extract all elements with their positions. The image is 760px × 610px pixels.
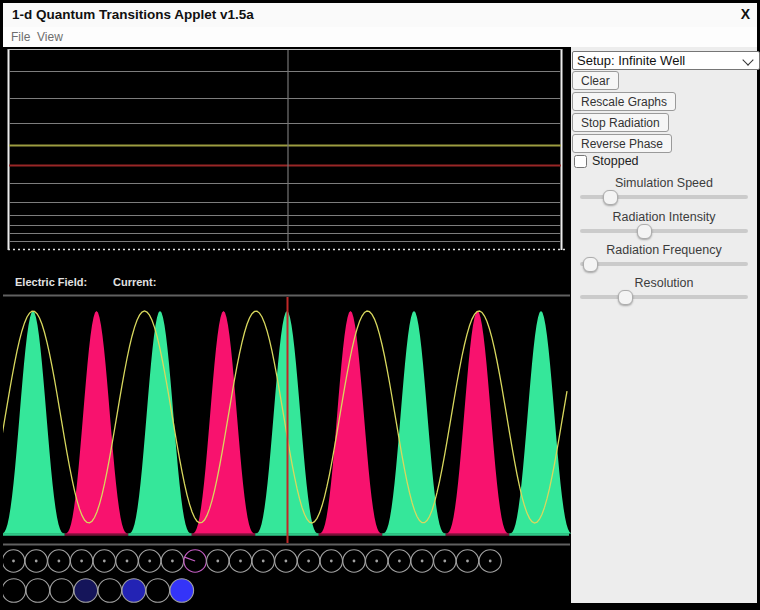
chevron-down-icon <box>742 54 753 65</box>
simulation-speed-slider[interactable] <box>580 189 748 205</box>
phasor-center-dot <box>398 560 401 563</box>
phasor-center-dot <box>330 560 333 563</box>
window-title: 1-d Quantum Transitions Applet v1.5a <box>12 7 254 22</box>
phasor-center-dot <box>103 560 106 563</box>
clear-button[interactable]: Clear <box>572 71 619 90</box>
phasor-center-dot <box>58 560 61 563</box>
phasor-center-dot <box>126 560 129 563</box>
radiation-intensity-slider[interactable] <box>580 223 748 239</box>
resolution-label: Resolution <box>571 276 757 290</box>
radiation-frequency-slider[interactable] <box>580 256 748 272</box>
setup-select-value: Setup: Infinite Well <box>577 53 685 68</box>
electric-field-label: Electric Field: <box>15 276 87 288</box>
setup-select[interactable]: Setup: Infinite Well <box>572 51 760 70</box>
menu-file[interactable]: File <box>11 30 30 44</box>
applet-window: 1-d Quantum Transitions Applet v1.5a X F… <box>0 0 760 610</box>
phasor-center-dot <box>262 560 265 563</box>
phasor-center-dot <box>285 560 288 563</box>
phasor-center-dot <box>375 560 378 563</box>
rescale-graphs-button[interactable]: Rescale Graphs <box>572 92 676 111</box>
reverse-phase-button[interactable]: Reverse Phase <box>572 134 672 153</box>
phasor-center-dot <box>489 560 492 563</box>
resolution-slider[interactable] <box>580 289 748 305</box>
phasor-center-dot <box>80 560 83 563</box>
phasor-circle[interactable] <box>170 579 194 603</box>
radiation-intensity-label: Radiation Intensity <box>571 210 757 224</box>
radiation-frequency-label: Radiation Frequency <box>571 243 757 257</box>
phasor-center-dot <box>35 560 38 563</box>
stopped-checkbox-row: Stopped <box>574 154 639 168</box>
phasor-center-dot <box>216 560 219 563</box>
simulation-speed-label: Simulation Speed <box>571 176 757 190</box>
phasor-center-dot <box>443 560 446 563</box>
phasor-center-dot <box>353 560 356 563</box>
phasor-circle[interactable] <box>122 579 146 603</box>
stopped-checkbox[interactable] <box>574 155 587 168</box>
phasor-center-dot <box>466 560 469 563</box>
title-bar: 1-d Quantum Transitions Applet v1.5a X <box>3 3 757 27</box>
phasor-center-dot <box>239 560 242 563</box>
close-button[interactable]: X <box>741 6 750 22</box>
phasor-center-dot <box>148 560 151 563</box>
stopped-checkbox-label: Stopped <box>592 154 639 168</box>
control-panel: Setup: Infinite Well Clear Rescale Graph… <box>571 47 757 603</box>
phasor-center-dot <box>171 560 174 563</box>
phasor-center-dot <box>421 560 424 563</box>
stop-radiation-button[interactable]: Stop Radiation <box>572 113 669 132</box>
phasor-center-dot <box>12 560 15 563</box>
phasor-center-dot <box>307 560 310 563</box>
current-label: Current: <box>113 276 156 288</box>
menu-view[interactable]: View <box>37 30 63 44</box>
phasor-circle[interactable] <box>74 579 98 603</box>
menu-bar: File View <box>3 27 757 47</box>
simulation-canvas[interactable] <box>3 47 571 603</box>
